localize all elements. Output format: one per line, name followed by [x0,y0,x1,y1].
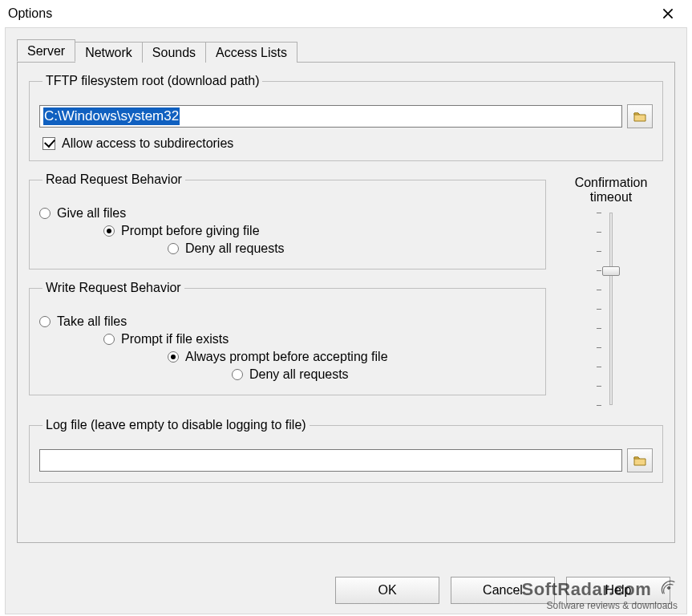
window-title: Options [8,6,650,21]
cancel-button[interactable]: Cancel [451,577,555,604]
write-option-always-prompt-label: Always prompt before accepting file [185,350,388,364]
options-window: Options Server Network Sounds Access Lis… [0,0,692,616]
tftp-root-value: C:\Windows\system32 [43,107,180,125]
group-write-behavior-legend: Write Request Behavior [42,281,184,295]
group-tftp-root: TFTP filesystem root (download path) C:\… [29,74,663,161]
titlebar: Options [0,0,692,27]
dialog-buttons: OK Cancel Help [335,577,670,604]
tftp-root-input[interactable]: C:\Windows\system32 [39,105,622,128]
write-option-prompt-exists[interactable] [103,334,115,345]
help-button[interactable]: Help [566,577,670,604]
tab-server[interactable]: Server [17,39,75,62]
client-area: Server Network Sounds Access Lists TFTP … [5,27,687,614]
group-read-behavior: Read Request Behavior Give all files Pro… [29,172,546,270]
group-log-file-legend: Log file (leave empty to disable logging… [42,418,310,432]
group-write-behavior: Write Request Behavior Take all files Pr… [29,281,546,395]
write-option-take-all-label: Take all files [57,314,127,329]
close-button[interactable] [650,2,686,26]
tab-strip: Server Network Sounds Access Lists [17,38,675,62]
read-option-deny[interactable] [168,243,179,254]
folder-icon [633,455,646,466]
confirmation-label-2: timeout [559,190,663,205]
tab-network[interactable]: Network [75,42,143,63]
confirmation-timeout-slider[interactable] [591,213,631,405]
write-option-always-prompt[interactable] [168,351,179,363]
write-option-deny[interactable] [232,369,243,380]
confirmation-timeout-panel: Confirmation timeout [559,172,663,407]
tab-panel-server: TFTP filesystem root (download path) C:\… [17,62,675,543]
allow-subdirs-label: Allow access to subdirectories [62,136,233,151]
allow-subdirs-checkbox[interactable] [42,137,55,150]
group-tftp-root-legend: TFTP filesystem root (download path) [42,74,262,88]
write-option-prompt-exists-label: Prompt if file exists [121,332,229,346]
ok-button[interactable]: OK [335,577,439,604]
close-icon [662,8,674,19]
read-option-prompt[interactable] [103,225,115,237]
log-file-input[interactable] [39,449,622,472]
write-option-take-all[interactable] [39,316,51,327]
browse-log-button[interactable] [627,448,653,472]
read-option-deny-label: Deny all requests [185,241,285,256]
tab-access-lists[interactable]: Access Lists [205,42,297,63]
folder-icon [633,111,646,122]
read-option-give-all[interactable] [39,208,51,219]
read-option-prompt-label: Prompt before giving file [121,224,260,238]
slider-thumb[interactable] [602,266,620,276]
read-option-give-all-label: Give all files [57,206,126,221]
tab-sounds[interactable]: Sounds [142,42,206,63]
group-read-behavior-legend: Read Request Behavior [42,172,185,187]
confirmation-label-1: Confirmation [559,176,663,190]
write-option-deny-label: Deny all requests [249,367,349,382]
browse-root-button[interactable] [627,104,653,128]
group-log-file: Log file (leave empty to disable logging… [29,418,663,483]
